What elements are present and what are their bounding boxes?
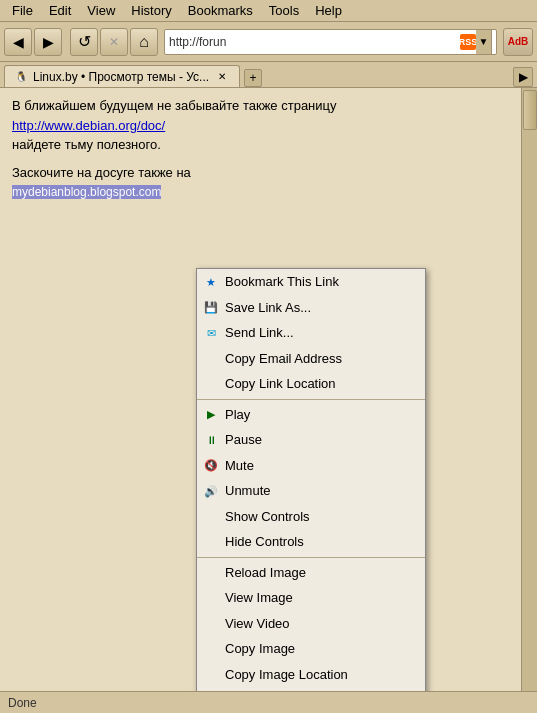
context-menu-item-view-video[interactable]: View Video (197, 611, 425, 637)
context-menu-item-view-image[interactable]: View Image (197, 585, 425, 611)
context-menu-item-unmute[interactable]: 🔊Unmute (197, 478, 425, 504)
context-menu-item-show-controls[interactable]: Show Controls (197, 504, 425, 530)
context-menu-item-copy-image[interactable]: Copy Image (197, 636, 425, 662)
copy-video-location-label: Copy Video Location (225, 690, 345, 691)
status-text: Done (8, 696, 37, 710)
context-menu-separator (197, 399, 425, 400)
context-menu-item-bookmark-link[interactable]: ★Bookmark This Link (197, 269, 425, 295)
menubar: File Edit View History Bookmarks Tools H… (0, 0, 537, 22)
context-menu-item-mute[interactable]: 🔇Mute (197, 453, 425, 479)
copy-image-label: Copy Image (225, 639, 295, 659)
feed-icon[interactable]: RSS (460, 34, 476, 50)
show-controls-label: Show Controls (225, 507, 310, 527)
context-menu-item-play[interactable]: ▶Play (197, 402, 425, 428)
mute-icon: 🔇 (203, 457, 219, 473)
send-link-icon: ✉ (203, 325, 219, 341)
menu-help[interactable]: Help (307, 1, 350, 20)
context-menu-separator (197, 557, 425, 558)
paragraph-3: Заскочите на досуге также на (12, 163, 509, 183)
view-video-label: View Video (225, 614, 290, 634)
paragraph-2: найдете тьму полезного. (12, 135, 509, 155)
back-button[interactable]: ◀ (4, 28, 32, 56)
copy-image-location-label: Copy Image Location (225, 665, 348, 685)
context-menu-item-copy-email[interactable]: Copy Email Address (197, 346, 425, 372)
scroll-thumb[interactable] (523, 90, 537, 130)
home-button[interactable]: ⌂ (130, 28, 158, 56)
copy-email-label: Copy Email Address (225, 349, 342, 369)
save-link-as-label: Save Link As... (225, 298, 311, 318)
context-menu-item-pause[interactable]: ⏸Pause (197, 427, 425, 453)
menu-view[interactable]: View (79, 1, 123, 20)
tab-scroll-right[interactable]: ▶ (513, 67, 533, 87)
page-text: В ближайшем будущем не забывайте также с… (12, 96, 509, 221)
tab-close-button[interactable]: ✕ (215, 70, 229, 84)
tab-main[interactable]: 🐧 Linux.by • Просмотр темы - Ус... ✕ (4, 65, 240, 87)
send-link-label: Send Link... (225, 323, 294, 343)
forward-button[interactable]: ▶ (34, 28, 62, 56)
reload-button[interactable]: ↺ (70, 28, 98, 56)
view-image-label: View Image (225, 588, 293, 608)
save-link-as-icon: 💾 (203, 299, 219, 315)
menu-tools[interactable]: Tools (261, 1, 307, 20)
play-label: Play (225, 405, 250, 425)
context-menu-item-save-link-as[interactable]: 💾Save Link As... (197, 295, 425, 321)
stop-button[interactable]: ✕ (100, 28, 128, 56)
highlighted-link[interactable]: mydebianblog.blogspot.com (12, 185, 161, 199)
hide-controls-label: Hide Controls (225, 532, 304, 552)
tab-title: Linux.by • Просмотр темы - Ус... (33, 70, 209, 84)
address-dropdown[interactable]: ▼ (476, 29, 492, 55)
context-menu-item-hide-controls[interactable]: Hide Controls (197, 529, 425, 555)
link-debian[interactable]: http://www.debian.org/doc/ (12, 118, 165, 133)
context-menu-item-copy-link-location[interactable]: Copy Link Location (197, 371, 425, 397)
context-menu-item-copy-video-location[interactable]: 📋Copy Video Location (197, 687, 425, 691)
address-bar[interactable]: http://forun RSS ▼ (164, 29, 497, 55)
context-menu: ★Bookmark This Link💾Save Link As...✉Send… (196, 268, 426, 691)
new-tab-button[interactable]: + (244, 69, 262, 87)
pause-icon: ⏸ (203, 432, 219, 448)
bookmark-link-icon: ★ (203, 274, 219, 290)
play-icon: ▶ (203, 406, 219, 422)
unmute-icon: 🔊 (203, 483, 219, 499)
content-area: В ближайшем будущем не забывайте также с… (0, 88, 521, 691)
context-menu-item-send-link[interactable]: ✉Send Link... (197, 320, 425, 346)
menu-history[interactable]: History (123, 1, 179, 20)
menu-edit[interactable]: Edit (41, 1, 79, 20)
context-menu-item-copy-image-location[interactable]: Copy Image Location (197, 662, 425, 688)
scrollbar[interactable] (521, 88, 537, 691)
bookmark-link-label: Bookmark This Link (225, 272, 339, 292)
unmute-label: Unmute (225, 481, 271, 501)
address-text: http://forun (169, 35, 458, 49)
pause-label: Pause (225, 430, 262, 450)
mute-label: Mute (225, 456, 254, 476)
adblock-button[interactable]: AdB (503, 28, 533, 56)
statusbar: Done (0, 691, 537, 713)
copy-link-location-label: Copy Link Location (225, 374, 336, 394)
reload-image-label: Reload Image (225, 563, 306, 583)
paragraph-1: В ближайшем будущем не забывайте также с… (12, 96, 509, 116)
menu-file[interactable]: File (4, 1, 41, 20)
toolbar: ◀ ▶ ↺ ✕ ⌂ http://forun RSS ▼ AdB (0, 22, 537, 62)
menu-bookmarks[interactable]: Bookmarks (180, 1, 261, 20)
tab-favicon: 🐧 (15, 71, 27, 82)
context-menu-item-reload-image[interactable]: Reload Image (197, 560, 425, 586)
content-wrapper: В ближайшем будущем не забывайте также с… (0, 88, 537, 691)
tabbar: 🐧 Linux.by • Просмотр темы - Ус... ✕ + ▶ (0, 62, 537, 88)
